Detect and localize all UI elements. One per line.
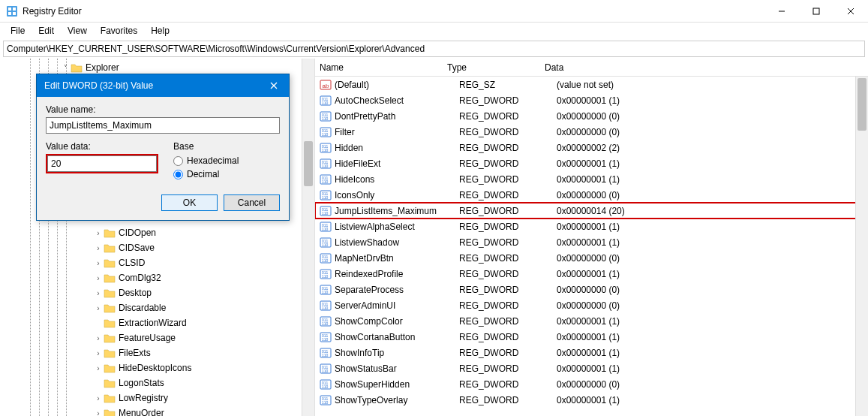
tree-item-label: ComDlg32 (119, 273, 161, 283)
tree-item[interactable]: ›FileExts (60, 345, 314, 360)
tree-item-explorer[interactable]: ˅Explorer (60, 60, 314, 75)
chevron-right-icon[interactable]: › (93, 349, 104, 357)
chevron-down-icon[interactable]: ˅ (60, 64, 71, 72)
radio-dec-row[interactable]: Decimal (173, 169, 280, 179)
tree-item[interactable]: ›Discardable (60, 300, 314, 315)
tree-item[interactable]: ›HideDesktopIcons (60, 360, 314, 375)
svg-text:110: 110 (322, 274, 329, 279)
folder-icon (104, 303, 116, 313)
list-row[interactable]: 011110ShowCompColorREG_DWORD0x00000001 (… (315, 313, 868, 329)
window-title: Registry Editor (23, 6, 82, 17)
chevron-right-icon[interactable]: › (93, 394, 104, 402)
col-data[interactable]: Data (545, 62, 868, 73)
tree-item[interactable]: ›FeatureUsage (60, 330, 314, 345)
tree-item-label: HideDesktopIcons (119, 363, 191, 373)
regedit-app-icon (6, 5, 18, 17)
tree-item[interactable]: ›Desktop (60, 285, 314, 300)
chevron-right-icon[interactable]: › (93, 289, 104, 297)
chevron-right-icon[interactable]: › (93, 304, 104, 312)
list-row[interactable]: 011110IconsOnlyREG_DWORD0x00000000 (0) (315, 187, 868, 203)
tree-item[interactable]: ›CIDSave (60, 240, 314, 255)
chevron-right-icon[interactable] (93, 379, 104, 387)
value-name: ListviewShadow (335, 237, 459, 248)
dialog-close-button[interactable] (259, 74, 289, 97)
radio-hex-row[interactable]: Hexadecimal (173, 155, 280, 166)
list-row[interactable]: 011110MapNetDrvBtnREG_DWORD0x00000000 (0… (315, 250, 868, 266)
list-row[interactable]: 011110AutoCheckSelectREG_DWORD0x00000001… (315, 92, 868, 108)
dword-value-icon: 011110 (320, 268, 332, 280)
col-name[interactable]: Name (320, 62, 447, 73)
tree-item[interactable]: ›ComDlg32 (60, 270, 314, 285)
address-bar[interactable]: Computer\HKEY_CURRENT_USER\SOFTWARE\Micr… (3, 41, 865, 57)
value-name: AutoCheckSelect (335, 95, 459, 106)
value-name-field[interactable] (46, 117, 280, 134)
list-row[interactable]: 011110FilterREG_DWORD0x00000000 (0) (315, 124, 868, 140)
list-scrollbar[interactable] (855, 77, 868, 416)
value-name: ShowInfoTip (335, 348, 459, 358)
chevron-right-icon[interactable]: › (93, 229, 104, 237)
list-row[interactable]: 011110ShowTypeOverlayREG_DWORD0x00000001… (315, 392, 868, 408)
chevron-right-icon[interactable]: › (93, 259, 104, 267)
dword-value-icon: 011110 (320, 158, 332, 170)
tree-item[interactable]: ›LowRegistry (60, 390, 314, 405)
chevron-right-icon[interactable]: › (93, 274, 104, 282)
value-name: ListviewAlphaSelect (335, 222, 459, 232)
list-row[interactable]: 011110ShowStatusBarREG_DWORD0x00000001 (… (315, 360, 868, 376)
tree-item[interactable]: LogonStats (60, 375, 314, 390)
svg-text:110: 110 (322, 227, 329, 231)
value-data: 0x00000001 (1) (557, 95, 868, 106)
list-row[interactable]: 011110DontPrettyPathREG_DWORD0x00000000 … (315, 108, 868, 124)
chevron-right-icon[interactable]: › (93, 364, 104, 372)
menu-file[interactable]: File (5, 24, 31, 38)
list-row[interactable]: 011110HideFileExtREG_DWORD0x00000001 (1) (315, 155, 868, 171)
list-row[interactable]: 011110ShowSuperHiddenREG_DWORD0x00000000… (315, 376, 868, 392)
ok-button[interactable]: OK (161, 194, 218, 211)
menu-favorites[interactable]: Favorites (95, 24, 143, 38)
chevron-right-icon[interactable]: › (93, 334, 104, 342)
menu-edit[interactable]: Edit (32, 24, 60, 38)
tree-item[interactable]: ›MenuOrder (60, 405, 314, 416)
chevron-right-icon[interactable]: › (93, 244, 104, 252)
titlebar: Registry Editor (0, 0, 868, 23)
svg-rect-4 (13, 12, 16, 15)
value-name: ShowSuperHidden (335, 379, 459, 390)
minimize-button[interactable] (764, 0, 799, 23)
list-row[interactable]: ab(Default)REG_SZ(value not set) (315, 77, 868, 92)
col-type[interactable]: Type (447, 62, 545, 73)
radio-hexadecimal[interactable] (173, 156, 183, 166)
tree-item[interactable]: ExtractionWizard (60, 315, 314, 330)
dword-value-icon: 011110 (320, 189, 332, 201)
list-row[interactable]: 011110SeparateProcessREG_DWORD0x00000000… (315, 282, 868, 297)
list-row[interactable]: 011110ShowCortanaButtonREG_DWORD0x000000… (315, 329, 868, 345)
list-row[interactable]: 011110ShowInfoTipREG_DWORD0x00000001 (1) (315, 345, 868, 360)
value-data: 0x00000001 (1) (557, 363, 868, 374)
list-row[interactable]: 011110ListviewShadowREG_DWORD0x00000001 … (315, 234, 868, 250)
list-row[interactable]: 011110ListviewAlphaSelectREG_DWORD0x0000… (315, 219, 868, 234)
maximize-button[interactable] (799, 0, 833, 23)
close-button[interactable] (833, 0, 868, 23)
value-type: REG_DWORD (459, 395, 557, 405)
svg-text:110: 110 (322, 306, 329, 310)
tree-item[interactable]: ›CIDOpen (60, 225, 314, 240)
folder-icon (104, 348, 116, 358)
list-row[interactable]: 011110HiddenREG_DWORD0x00000002 (2) (315, 140, 868, 155)
list-row[interactable]: 011110ServerAdminUIREG_DWORD0x00000000 (… (315, 297, 868, 313)
menu-help[interactable]: Help (145, 24, 176, 38)
list-row[interactable]: 011110JumpListItems_MaximumREG_DWORD0x00… (315, 203, 868, 219)
menu-view[interactable]: View (62, 24, 93, 38)
value-data-field[interactable] (47, 155, 157, 172)
folder-icon (71, 62, 83, 73)
value-type: REG_DWORD (459, 95, 557, 106)
value-type: REG_SZ (459, 80, 557, 90)
chevron-right-icon[interactable] (93, 319, 104, 327)
cancel-button[interactable]: Cancel (224, 194, 280, 211)
radio-decimal[interactable] (173, 170, 183, 179)
value-type: REG_DWORD (459, 348, 557, 358)
list-row[interactable]: 011110HideIconsREG_DWORD0x00000001 (1) (315, 171, 868, 187)
tree-scrollbar[interactable] (302, 59, 314, 416)
tree-item[interactable]: ›CLSID (60, 255, 314, 270)
chevron-right-icon[interactable]: › (93, 409, 104, 417)
folder-icon (104, 393, 116, 403)
list-row[interactable]: 011110ReindexedProfileREG_DWORD0x0000000… (315, 266, 868, 282)
value-name: SeparateProcess (335, 285, 459, 295)
